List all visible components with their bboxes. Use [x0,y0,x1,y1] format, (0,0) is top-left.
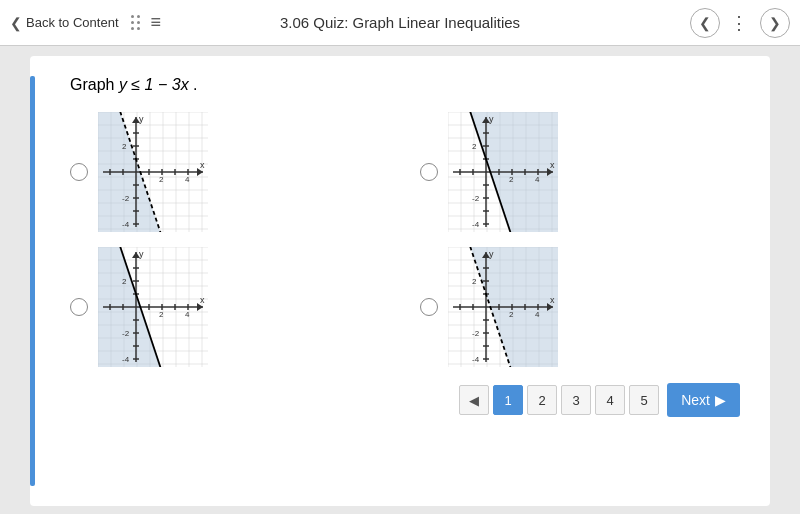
nav-next-button[interactable]: ❯ [760,8,790,38]
page-2[interactable]: 2 [527,385,557,415]
graph-canvas-d [448,247,558,367]
radio-d[interactable] [420,298,438,316]
question-prefix: Graph [70,76,119,93]
question-period: . [193,76,197,93]
pagination: ◀ 1 2 3 4 5 Next ▶ [60,383,740,417]
quiz-title: 3.06 Quiz: Graph Linear Inequalities [280,14,520,31]
radio-a[interactable] [70,163,88,181]
quiz-card: Graph y ≤ 1 − 3x . [30,56,770,506]
page-3[interactable]: 3 [561,385,591,415]
graph-option-b [420,112,740,232]
graph-canvas-b [448,112,558,232]
page-5[interactable]: 5 [629,385,659,415]
main-content: Graph y ≤ 1 − 3x . [0,46,800,514]
top-bar: ❮ Back to Content ≡ 3.06 Quiz: Graph Lin… [0,0,800,46]
graph-c [98,247,208,367]
page-1[interactable]: 1 [493,385,523,415]
question-math: y ≤ 1 − 3x [119,76,189,93]
graph-canvas-a [98,112,208,232]
back-chevron-icon: ❮ [10,15,22,31]
next-label: Next [681,392,710,408]
radio-c[interactable] [70,298,88,316]
graph-a [98,112,208,232]
radio-b[interactable] [420,163,438,181]
toolbar-dividers: ≡ [131,12,162,33]
pagination-prev[interactable]: ◀ [459,385,489,415]
graph-canvas-c [98,247,208,367]
back-to-content-label: Back to Content [26,15,119,30]
graph-option-c [70,247,390,367]
back-to-content-link[interactable]: ❮ Back to Content [10,15,119,31]
nav-prev-button[interactable]: ❮ [690,8,720,38]
more-options-icon[interactable]: ⋮ [730,12,750,34]
dot-grid-icon [131,15,141,31]
graph-option-a [70,112,390,232]
question-text: Graph y ≤ 1 − 3x . [70,76,740,94]
graph-option-d [420,247,740,367]
page-4[interactable]: 4 [595,385,625,415]
next-button[interactable]: Next ▶ [667,383,740,417]
hamburger-icon[interactable]: ≡ [151,12,162,33]
next-arrow-icon: ▶ [715,392,726,408]
graph-d [448,247,558,367]
left-accent [30,76,35,486]
graph-b [448,112,558,232]
top-bar-right: ❮ ⋮ ❯ [690,8,790,38]
graphs-grid [70,112,740,367]
